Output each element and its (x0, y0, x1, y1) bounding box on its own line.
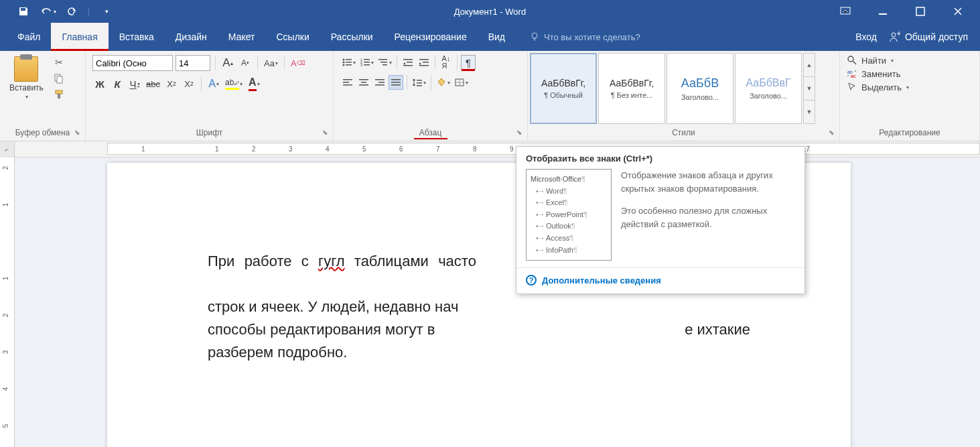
tab-references[interactable]: Ссылки (265, 23, 320, 51)
svg-rect-34 (361, 82, 366, 83)
undo-button[interactable]: ▾ (38, 1, 58, 21)
shrink-font-icon[interactable]: A▾ (238, 56, 253, 70)
svg-rect-18 (364, 62, 370, 63)
styles-down[interactable]: ▼ (804, 77, 815, 101)
multilevel-list-button[interactable]: ▾ (376, 55, 393, 70)
superscript-button[interactable]: X2 (182, 76, 196, 91)
numbering-button[interactable]: 123▾ (358, 55, 375, 70)
style-normal[interactable]: АаБбВвГг, ¶ Обычный (530, 53, 597, 124)
align-left-button[interactable] (340, 75, 355, 90)
tooltip-title: Отобразить все знаки (Ctrl+*) (516, 152, 804, 169)
svg-rect-30 (343, 79, 352, 80)
save-icon[interactable] (13, 1, 33, 21)
svg-rect-7 (56, 90, 62, 94)
find-button[interactable]: Найти▾ (847, 55, 894, 66)
minimize-button[interactable] (867, 1, 898, 21)
style-heading1[interactable]: АаБбВ Заголово... (667, 53, 733, 124)
decrease-indent-button[interactable] (401, 55, 415, 70)
share-button[interactable]: Общий доступ (889, 31, 968, 43)
svg-rect-23 (382, 64, 387, 66)
select-button[interactable]: Выделить▾ (847, 82, 909, 92)
format-painter-icon[interactable] (53, 88, 65, 101)
justify-button[interactable] (389, 75, 403, 90)
cut-icon[interactable]: ✂ (53, 56, 65, 68)
style-no-spacing[interactable]: АаБбВвГг, ¶ Без инте... (598, 53, 665, 124)
lightbulb-icon (529, 31, 540, 42)
styles-up[interactable]: ▲ (804, 54, 815, 77)
ribbon: Вставить ▾ ✂ Буфер обмена ⬊ A▴ (0, 51, 980, 141)
line-spacing-button[interactable]: ▾ (411, 75, 427, 90)
shading-button[interactable]: ▾ (435, 75, 451, 90)
maximize-button[interactable] (905, 1, 936, 21)
svg-rect-43 (417, 82, 422, 84)
font-name-combo[interactable] (92, 55, 173, 71)
paragraph-launcher[interactable]: ⬊ (516, 129, 524, 137)
font-color-button[interactable]: A▾ (247, 76, 261, 91)
svg-rect-1 (879, 13, 887, 15)
svg-rect-20 (364, 64, 370, 66)
align-center-button[interactable] (356, 75, 371, 90)
titlebar: ▾ │ ▾ Документ1 - Word (0, 0, 980, 23)
quick-access-toolbar: ▾ │ ▾ (0, 1, 117, 21)
font-launcher[interactable]: ⬊ (322, 129, 330, 137)
show-hide-marks-button[interactable]: ¶ (461, 55, 476, 70)
login-button[interactable]: Вход (855, 31, 877, 42)
tooltip-more-info-link[interactable]: ? Дополнительные сведения (526, 275, 795, 285)
sort-button[interactable]: А↓Я (439, 55, 453, 70)
paste-label: Вставить (9, 83, 44, 92)
ribbon-options-icon[interactable] (830, 1, 861, 21)
tab-insert[interactable]: Вставка (109, 23, 165, 51)
paste-button[interactable]: Вставить ▾ (4, 54, 49, 103)
tab-review[interactable]: Рецензирование (384, 23, 478, 51)
vertical-ruler[interactable]: 2 1 1 2 3 4 5 6 (0, 157, 15, 447)
tab-design[interactable]: Дизайн (165, 23, 218, 51)
bullets-button[interactable]: ▾ (340, 55, 357, 70)
clipboard-launcher[interactable]: ⬊ (74, 129, 82, 137)
grow-font-icon[interactable]: A▴ (220, 56, 235, 70)
styles-launcher[interactable]: ⬊ (829, 129, 837, 137)
tab-mailings[interactable]: Рассылки (320, 23, 384, 51)
tell-me-search[interactable]: Что вы хотите сделать? (529, 23, 640, 51)
change-case-button[interactable]: Aa▾ (263, 56, 279, 70)
svg-rect-32 (343, 84, 352, 86)
borders-button[interactable]: ▾ (453, 75, 470, 90)
svg-rect-2 (916, 7, 924, 15)
page-viewport[interactable]: При работе с гугл таблицами часто возник… (15, 157, 980, 447)
clear-formatting-icon[interactable]: A⌫ (289, 56, 307, 70)
qat-customize[interactable]: ▾ (96, 1, 117, 21)
bold-button[interactable]: Ж (92, 76, 107, 91)
copy-icon[interactable] (53, 72, 65, 84)
qat-separator: │ (87, 8, 91, 15)
share-icon (889, 31, 901, 43)
underline-button[interactable]: Ч▾ (127, 76, 142, 91)
svg-rect-33 (359, 79, 368, 80)
svg-rect-8 (58, 94, 60, 99)
svg-point-9 (343, 59, 345, 61)
tab-view[interactable]: Вид (478, 23, 516, 51)
svg-point-46 (848, 56, 853, 62)
font-label: Шрифт (86, 126, 333, 141)
font-size-combo[interactable] (176, 55, 210, 71)
text-effects-button[interactable]: A▾ (206, 76, 221, 91)
tab-home[interactable]: Главная (51, 23, 108, 51)
align-right-button[interactable] (372, 75, 387, 90)
replace-button[interactable]: abac Заменить (847, 68, 900, 79)
svg-rect-14 (346, 64, 352, 66)
highlight-button[interactable]: ab🖊▾ (224, 76, 244, 91)
svg-point-3 (532, 33, 537, 38)
styles-more[interactable]: ▼ (804, 101, 815, 123)
style-heading2[interactable]: АаБбВвГ Заголово... (735, 53, 802, 124)
tab-file[interactable]: Файл (7, 23, 51, 51)
clipboard-label: Буфер обмена (0, 126, 85, 141)
increase-indent-button[interactable] (417, 55, 431, 70)
group-paragraph: ▾ 123▾ ▾ А↓Я ¶ ▾ ▾ ▾ (334, 51, 528, 141)
italic-button[interactable]: К (110, 76, 125, 91)
strikethrough-button[interactable]: abc (145, 76, 161, 91)
horizontal-ruler[interactable]: ⌐ 3 2 1 1 2 3 4 5 6 7 8 9 10 11 12 13 14… (0, 141, 980, 157)
redo-button[interactable] (62, 1, 82, 21)
tab-layout[interactable]: Макет (218, 23, 266, 51)
tab-selector[interactable]: ⌐ (0, 141, 15, 157)
subscript-button[interactable]: X2 (164, 76, 179, 91)
close-button[interactable] (942, 1, 973, 21)
svg-rect-40 (391, 82, 401, 83)
